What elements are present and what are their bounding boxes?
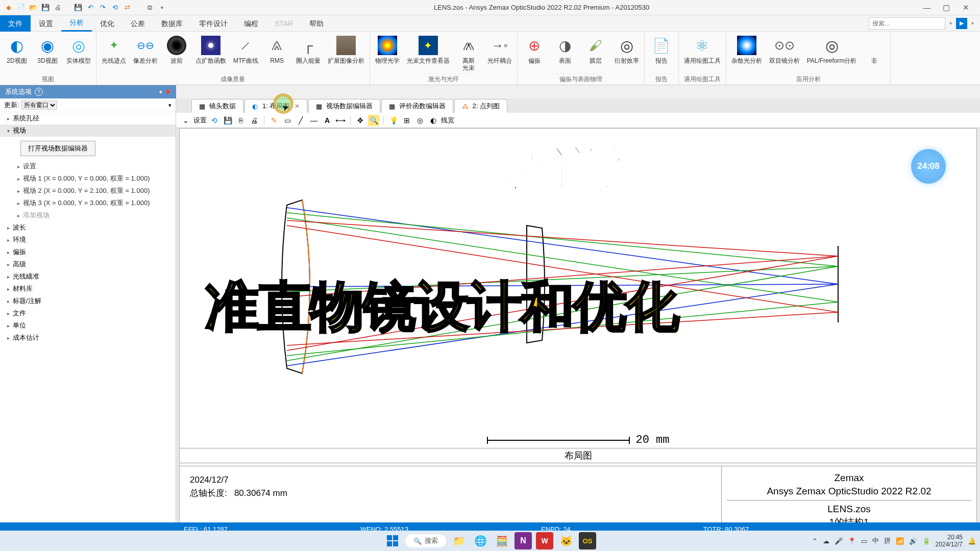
ribbon-non[interactable]: 非 [861, 33, 888, 73]
tree-field-3[interactable]: 视场 3 (X = 0.000, Y = 3.000, 权重 = 1.000) [0, 197, 176, 209]
light-icon[interactable]: 💡 [388, 115, 399, 126]
tab-lens-data[interactable]: ▦镜头数据 [191, 99, 243, 113]
new-icon[interactable]: 📄 [16, 3, 26, 12]
dash-icon[interactable]: — [308, 115, 320, 126]
close-icon[interactable]: ✕ [295, 103, 300, 110]
ruler-icon[interactable]: ⟷ [335, 115, 346, 126]
maximize-button[interactable]: ▢ [941, 3, 951, 12]
ribbon-physical-optics[interactable]: 物理光学 [372, 33, 403, 73]
refresh-icon[interactable]: ⟲ [110, 3, 119, 12]
ribbon-report[interactable]: 📄报告 [647, 33, 676, 73]
misc-icon[interactable]: ◐ [428, 115, 439, 126]
ribbon-fiber[interactable]: →◦光纤耦合 [484, 33, 515, 73]
ribbon-beamviewer[interactable]: ✦光束文件查看器 [404, 33, 453, 73]
ribbon-binocular[interactable]: ⊙⊙双目镜分析 [766, 33, 803, 73]
menu-analysis[interactable]: 分析 [61, 15, 92, 32]
tray-onedrive-icon[interactable]: ☁ [823, 537, 829, 545]
tab-spot-diagram[interactable]: ⁂2: 点列图 [454, 99, 507, 113]
redo-icon[interactable]: ↷ [98, 3, 107, 12]
tree-wavelength[interactable]: 波长 [0, 221, 176, 234]
text-icon[interactable]: A [322, 115, 333, 126]
tab-merit-editor[interactable]: ▦评价函数编辑器 [381, 99, 453, 113]
line-icon[interactable]: ╱ [295, 115, 306, 126]
menu-help[interactable]: 帮助 [301, 15, 332, 32]
tray-wifi-icon[interactable]: 📶 [896, 537, 904, 545]
ribbon-3d-view[interactable]: ◉3D视图 [33, 33, 62, 73]
help-icon[interactable]: ? [35, 88, 43, 96]
onenote-icon[interactable]: N [514, 532, 532, 549]
ribbon-polarization[interactable]: ⊕偏振 [520, 33, 549, 73]
menu-file[interactable]: 文件 [0, 15, 31, 32]
tree-field-settings[interactable]: 设置 [0, 160, 176, 172]
chevron-down-icon[interactable]: ⌄ [180, 115, 191, 126]
run-button[interactable]: ▶ [956, 18, 967, 29]
rectangle-icon[interactable]: ▭ [282, 115, 293, 126]
ribbon-diffraction[interactable]: ◎衍射效率 [611, 33, 642, 73]
ribbon-2d-view[interactable]: ◐2D视图 [2, 33, 32, 73]
taskbar-search[interactable]: 🔍搜索 [405, 534, 446, 547]
menu-optimize[interactable]: 优化 [92, 15, 122, 32]
search-input[interactable] [869, 17, 945, 30]
tree-materials[interactable]: 材料库 [0, 283, 176, 295]
menu-part[interactable]: 零件设计 [191, 15, 236, 32]
tree-add-field[interactable]: 添加视场 [0, 209, 176, 221]
sync-icon[interactable]: ⇄ [122, 3, 132, 12]
tree-field-2[interactable]: 视场 2 (X = 0.000, Y = 2.100, 权重 = 1.000) [0, 185, 176, 197]
ribbon-rayfan[interactable]: ✦光线迹点 [99, 33, 129, 73]
ribbon-universal-plot[interactable]: ⚛通用绘图工具 [681, 33, 724, 73]
calculator-icon[interactable]: 🧮 [493, 532, 510, 549]
print-icon[interactable]: 🖨 [53, 3, 62, 12]
ribbon-solid-model[interactable]: ◎实体模型 [63, 33, 94, 73]
open-field-editor-button[interactable]: 打开视场数据编辑器 [20, 141, 95, 156]
tray-chevron-icon[interactable]: ⌃ [812, 537, 818, 545]
tree-aperture[interactable]: 系统孔径 [0, 112, 176, 124]
pencil-icon[interactable]: ✎ [268, 115, 280, 126]
tray-volume-icon[interactable]: 🔊 [909, 537, 917, 545]
ribbon-wavefront[interactable]: 波前 [162, 33, 191, 73]
ribbon-gaussian[interactable]: ⩕高斯 光束 [454, 33, 483, 73]
ribbon-encircled[interactable]: ┌圈入能量 [293, 33, 324, 73]
ribbon-rms[interactable]: ⩓RMS [262, 33, 292, 73]
save-as-icon[interactable]: 💾 [74, 3, 83, 12]
ribbon-surface[interactable]: ◑表面 [550, 33, 580, 73]
window-icon[interactable]: ⧉ [145, 3, 154, 12]
tree-units[interactable]: 单位 [0, 319, 176, 332]
ribbon-mtf[interactable]: ⟋MTF曲线 [230, 33, 261, 73]
tray-power-icon[interactable]: 🔋 [922, 537, 930, 545]
app-icon[interactable]: 🐱 [557, 532, 575, 549]
search-dropdown-icon[interactable]: ▾ [949, 20, 952, 26]
tree-ray-aiming[interactable]: 光线瞄准 [0, 270, 176, 283]
layout-canvas[interactable]: 超详细 准直物镜设计和优化 24:08 20 mm 布局图 2024/12/7 … [179, 128, 977, 533]
run-dropdown-icon[interactable]: ▾ [971, 20, 974, 26]
menu-star[interactable]: STAR [266, 15, 301, 32]
close-button[interactable]: ✕ [961, 3, 971, 12]
tray-mic-icon[interactable]: 🎤 [835, 537, 843, 545]
ribbon-coating[interactable]: 🖌膜层 [581, 33, 610, 73]
tray-location-icon[interactable]: 📍 [848, 537, 856, 545]
save-icon[interactable]: 💾 [222, 115, 233, 126]
copy-icon[interactable]: ⎘ [235, 115, 247, 126]
grid-toggle-icon[interactable]: ⊞ [401, 115, 412, 126]
ime-method[interactable]: 拼 [884, 536, 891, 545]
menu-database[interactable]: 数据库 [153, 15, 191, 32]
move-icon[interactable]: ✥ [355, 115, 366, 126]
tray-battery-icon[interactable]: ▭ [861, 537, 867, 545]
tree-field-1[interactable]: 视场 1 (X = 0.000, Y = 0.000, 权重 = 1.000) [0, 172, 176, 185]
ime-lang[interactable]: 中 [872, 536, 879, 545]
menu-settings[interactable]: 设置 [31, 15, 61, 32]
tree-field[interactable]: 视场 [0, 124, 176, 137]
tree-cost[interactable]: 成本估计 [0, 332, 176, 344]
wps-icon[interactable]: W [536, 532, 553, 549]
ribbon-psf[interactable]: 点扩散函数 [192, 33, 229, 73]
tree-polarization[interactable]: 偏振 [0, 246, 176, 258]
open-icon[interactable]: 📂 [29, 3, 38, 12]
ribbon-pal[interactable]: ◎PAL/Freeform分析 [804, 33, 860, 73]
dropdown-icon[interactable]: ▾ [157, 3, 166, 12]
pin-icon[interactable]: ▾ 📌 [159, 89, 171, 95]
minimize-button[interactable]: — [922, 3, 932, 12]
tab-layout[interactable]: ◐1: 布局图✕ [244, 99, 307, 113]
toolbar-settings-label[interactable]: 设置 [193, 116, 207, 125]
target-icon[interactable]: ◎ [414, 115, 426, 126]
tree-title[interactable]: 标题/注解 [0, 295, 176, 307]
tree-files[interactable]: 文件 [0, 307, 176, 319]
